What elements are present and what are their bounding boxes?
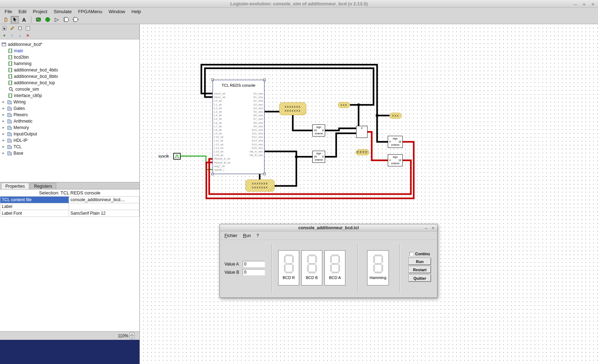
probe-label-s-bus[interactable]: xxxxxxx xxxxxxx bbox=[279, 102, 306, 115]
tree-lib-wiring[interactable]: ▶ Wiring bbox=[0, 99, 139, 105]
simulation-enable-icon[interactable] bbox=[43, 16, 52, 23]
tree-item-console-sim[interactable]: console_sim bbox=[0, 86, 139, 92]
tree-root[interactable]: additionneur_bcd* bbox=[0, 41, 139, 48]
selection-handle[interactable] bbox=[263, 79, 266, 81]
zoom-value[interactable]: 110% bbox=[118, 333, 128, 338]
gate-buffer-icon[interactable] bbox=[62, 16, 70, 23]
edit-tool-icon[interactable] bbox=[11, 16, 19, 23]
menu-item[interactable]: Edit bbox=[15, 8, 30, 15]
attr-value-label[interactable] bbox=[69, 203, 139, 210]
menu-item[interactable]: Help bbox=[128, 8, 144, 15]
tree-lib-gates[interactable]: ▶ Gates bbox=[0, 105, 139, 112]
gate-buffer2-icon[interactable] bbox=[71, 16, 79, 23]
edit-appearance-icon[interactable] bbox=[9, 25, 15, 31]
menu-item[interactable]: File bbox=[1, 8, 15, 15]
text-tool-icon[interactable]: A bbox=[20, 16, 28, 23]
sign-extend-4-16-b[interactable]: sign 4 16 extend bbox=[388, 154, 403, 166]
quitter-button[interactable]: Quitter bbox=[409, 275, 431, 282]
console-pin-label: Val_A_obs bbox=[249, 150, 263, 154]
tree-lib-tcl[interactable]: ▶ TCL bbox=[0, 144, 139, 150]
fpga-board-icon[interactable] bbox=[34, 16, 42, 23]
tree-item-additionneur-bcd-top[interactable]: additionneur_bcd_top bbox=[0, 80, 139, 86]
menu-item[interactable]: Project bbox=[30, 8, 50, 15]
expander-icon[interactable]: ▶ bbox=[2, 126, 6, 129]
expander-icon[interactable]: ▶ bbox=[2, 107, 6, 110]
close-icon[interactable]: × bbox=[591, 1, 594, 7]
value-b-input[interactable] bbox=[243, 269, 265, 275]
tree-lib-input-output[interactable]: ▶ Input/Output bbox=[0, 131, 139, 137]
layout-view-icon[interactable] bbox=[25, 25, 31, 31]
poke-tool-icon[interactable] bbox=[1, 16, 10, 23]
zoom-increase-icon[interactable]: ▲ bbox=[129, 332, 134, 336]
attr-value-tcl-content-file[interactable]: console_additionneur_bcd.... bbox=[69, 197, 139, 203]
tree-lib-plexers[interactable]: ▶ Plexers bbox=[0, 112, 139, 118]
restart-button[interactable]: Restart bbox=[409, 266, 431, 273]
remove-circuit-icon[interactable]: × bbox=[25, 32, 31, 38]
tab-registers[interactable]: Registers bbox=[30, 183, 57, 189]
probe-label-error[interactable]: EEEE bbox=[356, 149, 369, 155]
tree-item-interface-c80p[interactable]: interface_c80p bbox=[0, 92, 139, 99]
wire-signextend-b-out[interactable] bbox=[325, 133, 356, 157]
selection-handle[interactable] bbox=[263, 173, 266, 175]
expander-icon[interactable]: ▶ bbox=[2, 101, 6, 103]
sign-extend-16-8-b[interactable]: sign 16 8 extend bbox=[312, 151, 325, 163]
tick-once-icon[interactable]: ▷ bbox=[53, 16, 61, 23]
clock-input-component[interactable] bbox=[173, 153, 181, 160]
tree-item-additionneur-bcd-8bits[interactable]: additionneur_bcd_8bits bbox=[0, 73, 139, 80]
dialog-menu-item[interactable]: Fichier bbox=[222, 232, 240, 239]
value-a-input[interactable] bbox=[243, 261, 265, 267]
maximize-icon[interactable]: + bbox=[582, 1, 586, 7]
tree-lib-arithmetic[interactable]: ▶ Arithmetic bbox=[0, 118, 139, 124]
subcircuit-appearance-icon[interactable] bbox=[17, 25, 23, 31]
menu-item[interactable]: FPGAMenu bbox=[75, 8, 105, 15]
tree-lib-base[interactable]: ▶ Base bbox=[0, 150, 139, 156]
tree-item-bcd2bin[interactable]: bcd2bin bbox=[0, 54, 139, 60]
sign-extend-label: sign bbox=[388, 155, 402, 159]
zoom-decrease-icon[interactable]: ▼ bbox=[129, 336, 134, 339]
expander-icon[interactable]: ▶ bbox=[2, 145, 6, 148]
add-circuit-icon[interactable]: + bbox=[1, 32, 7, 38]
menu-item[interactable]: Simulate bbox=[51, 8, 75, 15]
expander-icon[interactable]: ▶ bbox=[2, 152, 6, 155]
move-circuit-up-icon[interactable]: ↑ bbox=[9, 32, 15, 38]
probe-label-val-bus[interactable]: xxxxxxx xxxxxxx bbox=[245, 180, 275, 192]
console-pin-label: S3_obs bbox=[249, 103, 263, 107]
probe-label-hex1[interactable]: xxx bbox=[338, 102, 350, 108]
expander-icon[interactable]: ▶ bbox=[2, 120, 6, 123]
attr-value-label-font[interactable]: SansSerif Plain 12 bbox=[69, 210, 139, 217]
expander-icon[interactable]: ▶ bbox=[2, 113, 6, 116]
continu-checkbox[interactable] bbox=[409, 252, 413, 256]
wire-to-signextend-c[interactable] bbox=[377, 116, 388, 142]
app-window: Logisim-evolution: console_sim of additi… bbox=[0, 0, 598, 364]
probe-label-hex0[interactable]: xxx bbox=[390, 113, 402, 119]
menu-item[interactable]: Window bbox=[105, 8, 128, 15]
dialog-menu-item[interactable]: Run bbox=[240, 232, 254, 239]
tree-item-additionneur-bcd-4bits[interactable]: additionneur_bcd_4bits bbox=[0, 67, 139, 73]
dialog-minimize-icon[interactable]: – bbox=[425, 225, 427, 231]
selection-handle[interactable] bbox=[211, 79, 214, 81]
sign-extend-4-16-a[interactable]: sign 4 16 extend bbox=[388, 136, 403, 148]
comparator-component[interactable]: ∨ bbox=[356, 126, 367, 138]
minimize-icon[interactable]: – bbox=[574, 1, 577, 7]
tcl-reds-console-component[interactable]: TCL REDS console Hex0_stiHex1_stiL0_stiL… bbox=[212, 80, 265, 174]
expander-icon[interactable]: ▶ bbox=[2, 139, 6, 142]
expander-icon[interactable]: ▶ bbox=[2, 133, 6, 135]
selection-handle[interactable] bbox=[211, 173, 214, 175]
dialog-menu-item[interactable]: ? bbox=[254, 232, 262, 239]
run-button[interactable]: Run bbox=[409, 258, 431, 265]
hand-icon bbox=[3, 17, 9, 22]
wire-signextend-a-out[interactable] bbox=[325, 128, 356, 130]
tree-item-hamming[interactable]: hamming bbox=[0, 60, 139, 67]
move-circuit-down-icon[interactable]: ↓ bbox=[17, 32, 23, 38]
tree-lib-memory[interactable]: ▶ Memory bbox=[0, 124, 139, 131]
wire-val-a-to-signextend-b[interactable] bbox=[265, 151, 312, 157]
sign-extend-16-8-a[interactable]: sign 16 8 extend bbox=[312, 124, 325, 136]
circuit-canvas[interactable]: TCL REDS console Hex0_stiHex1_stiL0_stiL… bbox=[140, 24, 598, 364]
selection-frame-icon[interactable] bbox=[1, 25, 7, 31]
tree-item-main[interactable]: main bbox=[0, 48, 139, 54]
tree-lib-hdl-ip[interactable]: ▶ HDL-IP bbox=[0, 137, 139, 144]
dialog-close-icon[interactable]: × bbox=[432, 225, 434, 231]
probe-text: xxx bbox=[340, 103, 348, 107]
dialog-title-bar[interactable]: console_additionneur_bcd.tcl – × bbox=[220, 224, 437, 231]
tab-properties[interactable]: Properties bbox=[1, 183, 29, 189]
